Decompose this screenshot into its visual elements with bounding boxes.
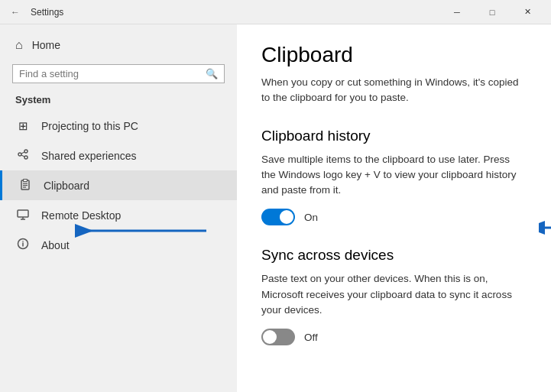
- sidebar-item-clipboard[interactable]: Clipboard: [0, 170, 237, 200]
- sync-toggle-label: Off: [304, 332, 318, 343]
- sidebar-item-projecting-label: Projecting to this PC: [41, 120, 138, 132]
- sidebar-item-about-label: About: [41, 239, 70, 251]
- sidebar-item-clipboard-label: Clipboard: [44, 180, 89, 192]
- home-label: Home: [32, 39, 60, 51]
- shared-icon: [15, 148, 31, 163]
- arrow-toggle-annotation: [539, 214, 551, 241]
- history-toggle-label: On: [304, 212, 318, 223]
- back-button[interactable]: ←: [6, 4, 24, 21]
- sync-description: Paste text on your other devices. When t…: [261, 271, 527, 318]
- sidebar-item-remote[interactable]: Remote Desktop: [0, 200, 237, 230]
- page-description: When you copy or cut something in Window…: [261, 75, 527, 106]
- projecting-icon: ⊞: [15, 119, 31, 133]
- titlebar: ← Settings ─ □ ✕: [0, 0, 551, 24]
- search-box[interactable]: 🔍: [12, 64, 225, 83]
- sync-toggle[interactable]: [261, 329, 295, 345]
- about-icon: [15, 238, 31, 252]
- search-input[interactable]: [19, 68, 201, 79]
- sync-section-title: Sync across devices: [261, 247, 527, 264]
- svg-line-4: [21, 155, 24, 157]
- titlebar-left: ← Settings: [6, 4, 63, 21]
- sidebar-item-projecting[interactable]: ⊞ Projecting to this PC: [0, 112, 237, 141]
- minimize-button[interactable]: ─: [439, 0, 475, 24]
- home-icon: ⌂: [15, 38, 23, 52]
- svg-point-1: [24, 150, 28, 153]
- main-layout: ⌂ Home 🔍 System ⊞ Projecting to this PC: [0, 24, 551, 392]
- history-section-title: Clipboard history: [261, 128, 527, 144]
- sidebar-item-shared-label: Shared experiences: [41, 150, 137, 162]
- sidebar-item-shared[interactable]: Shared experiences: [0, 141, 237, 170]
- svg-point-0: [18, 153, 21, 156]
- history-toggle-knob: [280, 210, 293, 224]
- sidebar-item-about[interactable]: About: [0, 230, 237, 260]
- search-icon: 🔍: [206, 68, 218, 79]
- back-icon: ←: [11, 7, 20, 18]
- svg-rect-6: [24, 180, 28, 182]
- sidebar-item-home[interactable]: ⌂ Home: [0, 31, 237, 60]
- titlebar-title: Settings: [31, 7, 63, 18]
- section-label: System: [0, 91, 237, 112]
- page-title: Clipboard: [261, 43, 527, 67]
- sync-toggle-knob: [263, 330, 277, 344]
- svg-rect-10: [18, 210, 28, 217]
- svg-line-3: [21, 152, 24, 154]
- sync-toggle-row: Off: [261, 329, 527, 345]
- svg-point-15: [22, 241, 24, 242]
- sidebar: ⌂ Home 🔍 System ⊞ Projecting to this PC: [0, 24, 237, 392]
- close-button[interactable]: ✕: [510, 0, 545, 24]
- history-toggle[interactable]: [261, 209, 295, 225]
- maximize-button[interactable]: □: [475, 0, 510, 24]
- clipboard-icon: [18, 178, 33, 193]
- history-description: Save multiple items to the clipboard to …: [261, 152, 527, 199]
- content-area: Clipboard When you copy or cut something…: [237, 24, 551, 392]
- remote-icon: [15, 208, 31, 222]
- sidebar-item-remote-label: Remote Desktop: [41, 209, 121, 222]
- history-toggle-row: On: [261, 209, 527, 225]
- svg-point-2: [24, 156, 28, 159]
- window-controls: ─ □ ✕: [439, 0, 545, 24]
